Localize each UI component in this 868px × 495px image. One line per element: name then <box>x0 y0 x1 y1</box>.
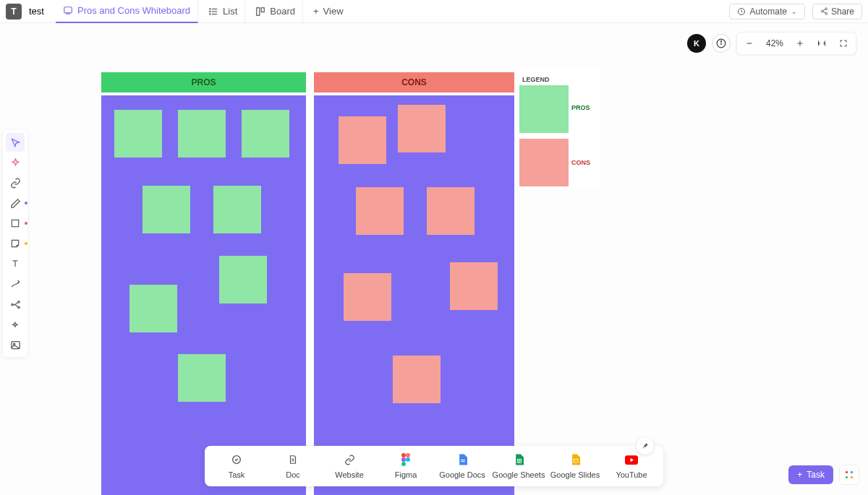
insert-label: Google Slides <box>550 470 600 479</box>
pros-header-label: PROS <box>191 77 216 87</box>
legend[interactable]: LEGEND PROS CONS <box>519 69 600 189</box>
svg-line-14 <box>823 12 825 13</box>
tool-link[interactable] <box>6 173 25 192</box>
cons-sticky[interactable] <box>344 273 391 321</box>
fullscreen-button[interactable] <box>833 34 854 53</box>
zoom-percent[interactable]: 42% <box>760 34 789 53</box>
info-button[interactable] <box>712 34 731 53</box>
tool-mindmap[interactable] <box>6 295 25 314</box>
whiteboard-canvas[interactable]: PROS CONS LEGEND PROS CONS <box>0 23 868 495</box>
share-label: Share <box>831 7 854 17</box>
view-tab-board[interactable]: Board <box>248 0 303 23</box>
legend-label-pros: PROS <box>571 104 590 111</box>
view-tab-label: Board <box>270 6 295 17</box>
insert-task[interactable]: Task <box>209 452 264 481</box>
pros-sticky[interactable] <box>219 256 267 304</box>
legend-label-cons: CONS <box>571 159 590 166</box>
cons-sticky[interactable] <box>398 105 446 152</box>
add-view-label: View <box>323 6 344 17</box>
svg-point-4 <box>210 8 210 9</box>
svg-point-12 <box>825 12 827 14</box>
svg-point-10 <box>825 8 827 10</box>
cons-sticky[interactable] <box>393 356 441 403</box>
workspace-avatar[interactable]: T <box>6 4 22 20</box>
insert-website[interactable]: Website <box>322 452 377 481</box>
insert-youtube[interactable]: YouTube <box>604 452 659 481</box>
pros-sticky[interactable] <box>178 354 226 402</box>
google-sheets-icon <box>512 453 525 466</box>
share-button[interactable]: Share <box>812 4 862 20</box>
automate-icon <box>737 7 746 16</box>
tool-sticky[interactable] <box>6 234 25 253</box>
view-tab-list[interactable]: List <box>201 0 245 23</box>
chevron-down-icon: ⌄ <box>791 8 797 15</box>
tool-pen[interactable] <box>6 194 25 212</box>
canvas-top-controls: K 42% <box>687 32 856 55</box>
svg-point-37 <box>406 457 410 462</box>
google-docs-icon <box>456 453 469 466</box>
legend-swatch-pros <box>519 85 569 133</box>
pros-sticky[interactable] <box>114 110 162 158</box>
insert-figma[interactable]: Figma <box>378 452 433 481</box>
tool-text[interactable] <box>6 254 25 273</box>
create-task-button[interactable]: + Task <box>788 465 833 484</box>
tool-image[interactable] <box>6 335 25 354</box>
pros-sticky[interactable] <box>129 285 177 332</box>
pros-sticky[interactable] <box>142 186 190 233</box>
add-view-button[interactable]: + View <box>306 0 351 23</box>
svg-rect-40 <box>461 461 464 462</box>
user-avatar[interactable]: K <box>687 34 706 53</box>
zoom-out-button[interactable] <box>739 34 760 53</box>
svg-rect-8 <box>261 7 264 12</box>
list-icon <box>208 7 218 17</box>
workspace-name[interactable]: test <box>29 6 44 17</box>
cons-sticky[interactable] <box>450 262 498 310</box>
insert-label: Task <box>229 470 245 479</box>
youtube-icon <box>625 453 638 466</box>
cons-header-label: CONS <box>401 77 427 87</box>
svg-point-28 <box>17 306 20 309</box>
insert-label: Doc <box>286 470 300 479</box>
pros-sticky[interactable] <box>178 110 226 158</box>
cons-header[interactable]: CONS <box>314 72 514 92</box>
task-icon <box>230 453 243 466</box>
insert-google-docs[interactable]: Google Docs <box>435 452 490 481</box>
zoom-in-button[interactable] <box>789 34 811 53</box>
svg-point-34 <box>401 453 406 457</box>
doc-icon <box>286 453 299 466</box>
tool-magic[interactable] <box>6 315 25 334</box>
insert-google-sheets[interactable]: Google Sheets <box>491 452 546 481</box>
automate-button[interactable]: Automate ⌄ <box>729 4 805 20</box>
cons-sticky[interactable] <box>339 116 386 164</box>
svg-point-17 <box>720 41 721 42</box>
svg-point-48 <box>846 476 848 479</box>
svg-rect-0 <box>64 7 72 12</box>
pros-header[interactable]: PROS <box>101 72 306 92</box>
pros-sticky[interactable] <box>242 110 289 158</box>
insert-doc[interactable]: Doc <box>265 452 320 481</box>
top-bar: T test Pros and Cons Whiteboard List Boa… <box>0 0 868 23</box>
task-button-label: Task <box>807 470 825 480</box>
tool-shape[interactable] <box>6 214 25 233</box>
bottom-right-controls: + Task <box>788 465 859 485</box>
tool-connector[interactable] <box>6 275 25 293</box>
tool-ai[interactable] <box>6 153 25 172</box>
cons-sticky[interactable] <box>427 187 475 235</box>
board-icon <box>255 7 265 17</box>
plus-icon: + <box>313 6 319 17</box>
view-tab-whiteboard[interactable]: Pros and Cons Whiteboard <box>56 0 198 23</box>
pros-sticky[interactable] <box>213 186 261 233</box>
tool-select[interactable] <box>6 133 25 152</box>
fit-width-button[interactable] <box>811 34 833 53</box>
svg-rect-23 <box>12 220 18 226</box>
zoom-controls: 42% <box>736 32 856 55</box>
legend-swatch-cons <box>519 139 569 186</box>
insert-label: Google Sheets <box>493 470 545 479</box>
apps-button[interactable] <box>839 465 859 485</box>
insert-label: Website <box>335 470 364 479</box>
cons-sticky[interactable] <box>356 187 404 235</box>
insert-google-slides[interactable]: Google Slides <box>548 452 603 481</box>
svg-rect-7 <box>257 7 260 15</box>
pin-toolbar-button[interactable] <box>637 437 654 455</box>
automate-label: Automate <box>750 7 787 17</box>
